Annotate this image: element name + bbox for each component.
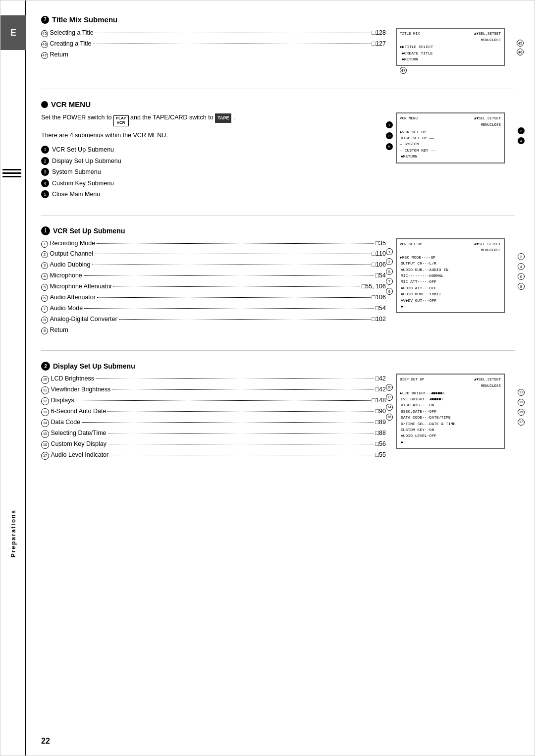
title-mix-screen: TITLE MIX ▲▼SEL.SETSET MENUCLOSE ▶▶TITLE… xyxy=(396,28,505,66)
vcr-setup-screen-hdr: VCR SET UP ▲▼SEL.SETSET xyxy=(400,242,501,248)
vcr-setup-section: 1 VCR Set Up Submenu 1 Recording Mode □3… xyxy=(41,226,515,336)
vcr-setup-title: VCR Set Up Submenu xyxy=(53,227,125,235)
title-mix-header: 7 Title Mix Submenu xyxy=(41,15,515,24)
vcr-setup-screen-wrap: VCR SET UP ▲▼SEL.SETSET MENUCLOSE ▶REC M… xyxy=(396,238,515,314)
vcr-setup-diagram: VCR SET UP ▲▼SEL.SETSET MENUCLOSE ▶REC M… xyxy=(396,238,515,336)
screen-hdr-right: ▲▼SEL.SETSET xyxy=(474,31,501,37)
vcr-menu-title: VCR MENU xyxy=(51,100,91,108)
vcr-menu-description: Set the POWER switch to PLAY VCR and the… xyxy=(41,112,386,126)
screen-hdr-left: TITLE MIX xyxy=(400,31,420,37)
title-mix-body: 45 Selecting a Title □ 128 46 Creating a… xyxy=(41,28,515,74)
vcr-menu-header: VCR MENU xyxy=(41,100,515,108)
title-mix-section: 7 Title Mix Submenu 45 Selecting a Title… xyxy=(41,15,515,74)
tape-badge: TAPE xyxy=(215,113,231,122)
list-item: 6 Audio Attenuator □106 xyxy=(41,292,386,303)
screen-row-46: ◆CREATE TITLE xyxy=(400,51,501,56)
list-item: 46 Creating a Title □ 127 xyxy=(41,39,386,50)
list-item: 9 Return xyxy=(41,325,386,336)
vcr-menu-left: Set the POWER switch to PLAY VCR and the… xyxy=(41,112,386,200)
title-mix-list-col: 45 Selecting a Title □ 128 46 Creating a… xyxy=(41,28,386,74)
vcr-screen-r4: — CUSTOM KEY —— xyxy=(400,148,501,154)
separator-3 xyxy=(41,350,515,351)
screen-hdr-close: MENUCLOSE xyxy=(400,38,501,44)
screen-row-47: ◆RETURN xyxy=(400,56,501,62)
list-item: 45 Selecting a Title □ 128 xyxy=(41,28,386,39)
close-main-menu-label: Close Main Menu xyxy=(52,189,100,200)
item-page-46: 127 xyxy=(375,39,386,50)
dots-46 xyxy=(93,44,371,44)
disp-screen-hdr: DISP.SET UP ▲▼SEL.SETSET xyxy=(400,377,501,383)
separator-2 xyxy=(41,215,515,216)
vcr-setup-screen: VCR SET UP ▲▼SEL.SETSET MENUCLOSE ▶REC M… xyxy=(396,238,505,314)
vcr-setup-body: 1 Recording Mode □35 2 Output Channel □1… xyxy=(41,238,515,336)
vcr-menu-diagram: VCR MENU ▲▼SEL.SETSET MENUCLOSE ▶VCR SET… xyxy=(396,112,515,200)
list-item: 8 Analog-Digital Converter □102 xyxy=(41,314,386,325)
list-item: 2 Output Channel □110 xyxy=(41,249,386,260)
vcr-item-3: 3 System Submenu xyxy=(41,166,386,178)
display-screen-wrap: DISP.SET UP ▲▼SEL.SETSET MENUCLOSE ▶LCD … xyxy=(396,374,515,449)
item-circle-46: 46 xyxy=(41,41,48,48)
vcr-screen-r1: ▶VCR SET UP xyxy=(400,129,501,135)
preparations-label: Preparations xyxy=(0,509,26,557)
list-item: 3 Audio Dubbing □106 xyxy=(41,260,386,270)
item-circle-47: 47 xyxy=(41,52,48,59)
label-47-side: 47 xyxy=(400,67,515,74)
dots-45 xyxy=(95,33,371,33)
display-setup-list: 10 LCD Brightness □42 11 Viewfinder Brig… xyxy=(41,374,386,460)
display-setup-title: Display Set Up Submenu xyxy=(53,362,135,370)
item-page-45: 128 xyxy=(375,28,386,39)
prep-lines xyxy=(0,169,26,177)
list-item: 17 Audio Level Indicator □55 xyxy=(41,450,386,461)
vcr-label-5: 5 xyxy=(386,143,393,150)
screen-labels-title-mix: 45 46 xyxy=(517,40,524,56)
item-label-46: Creating a Title xyxy=(50,39,91,50)
list-item: 14 Data Code □89 xyxy=(41,417,386,428)
display-setup-body: 10 LCD Brightness □42 11 Viewfinder Brig… xyxy=(41,374,515,460)
item-circle-45: 45 xyxy=(41,30,48,37)
vcr-screen-close: MENUCLOSE xyxy=(400,122,501,128)
main-content: 7 Title Mix Submenu 45 Selecting a Title… xyxy=(26,0,535,756)
vcr-setup-header: 1 VCR Set Up Submenu xyxy=(41,226,515,235)
play-badge: PLAY VCR xyxy=(113,115,129,126)
list-item: 12 Displays □148 xyxy=(41,395,386,406)
vcr-menu-body: Set the POWER switch to PLAY VCR and the… xyxy=(41,112,515,200)
vcr-menu-section: VCR MENU Set the POWER switch to PLAY VC… xyxy=(41,100,515,200)
label-45: 45 xyxy=(517,40,524,47)
vcr-setup-list: 1 Recording Mode □35 2 Output Channel □1… xyxy=(41,238,386,336)
title-mix-diagram: TITLE MIX ▲▼SEL.SETSET MENUCLOSE ▶▶TITLE… xyxy=(396,28,515,74)
vcr-setup-bullet: 1 xyxy=(41,226,50,235)
list-item: 10 LCD Brightness □42 xyxy=(41,374,386,384)
vcr-label-4: 4 xyxy=(518,137,525,144)
book-icon-45: □ xyxy=(372,28,376,39)
vcr-item-2: 2 Display Set Up Submenu xyxy=(41,156,386,167)
vcr-screen-r5: ◆RETURN xyxy=(400,154,501,160)
vcr-screen-r2: DISP.SET UP —— xyxy=(400,135,501,141)
left-sidebar: E Preparations xyxy=(0,0,26,756)
list-item: 4 Microphone □54 xyxy=(41,270,386,281)
separator-1 xyxy=(41,89,515,89)
screen-row-45: ▶▶TITLE SELECT xyxy=(400,44,501,50)
vcr-screen-r3: — SYSTEM xyxy=(400,141,501,147)
title-mix-diagram-inner: TITLE MIX ▲▼SEL.SETSET MENUCLOSE ▶▶TITLE… xyxy=(396,28,515,66)
display-setup-diagram: DISP.SET UP ▲▼SEL.SETSET MENUCLOSE ▶LCD … xyxy=(396,374,515,460)
display-setup-screen: DISP.SET UP ▲▼SEL.SETSET MENUCLOSE ▶LCD … xyxy=(396,374,505,449)
item-label-45: Selecting a Title xyxy=(50,28,93,39)
vcr-screen-wrapper: VCR MENU ▲▼SEL.SETSET MENUCLOSE ▶VCR SET… xyxy=(396,112,515,163)
page-number: 22 xyxy=(41,737,50,746)
title-mix-title: Title Mix Submenu xyxy=(52,15,117,24)
list-item: 1 Recording Mode □35 xyxy=(41,238,386,249)
vcr-label-2: 2 xyxy=(518,127,525,134)
vcr-label-3: 3 xyxy=(386,132,393,139)
list-item: 13 6-Second Auto Date □90 xyxy=(41,406,386,417)
e-tab: E xyxy=(0,15,26,50)
vcr-menu-items: 1 VCR Set Up Submenu 2 Display Set Up Su… xyxy=(41,144,386,200)
list-item: 15 Selecting Date/Time □88 xyxy=(41,428,386,439)
page-container: E Preparations 7 Title Mix Submenu 45 xyxy=(0,0,535,756)
vcr-menu-subdesc: There are 4 submenus within the VCR MENU… xyxy=(41,130,386,140)
label-46: 46 xyxy=(517,49,524,55)
vcr-label-1: 1 xyxy=(386,121,393,128)
item-label-47: Return xyxy=(50,50,68,60)
book-icon-46: □ xyxy=(372,39,376,50)
list-item: 11 Viewfinder Brightness □42 xyxy=(41,384,386,395)
display-setup-section: 2 Display Set Up Submenu 10 LCD Brightne… xyxy=(41,362,515,460)
